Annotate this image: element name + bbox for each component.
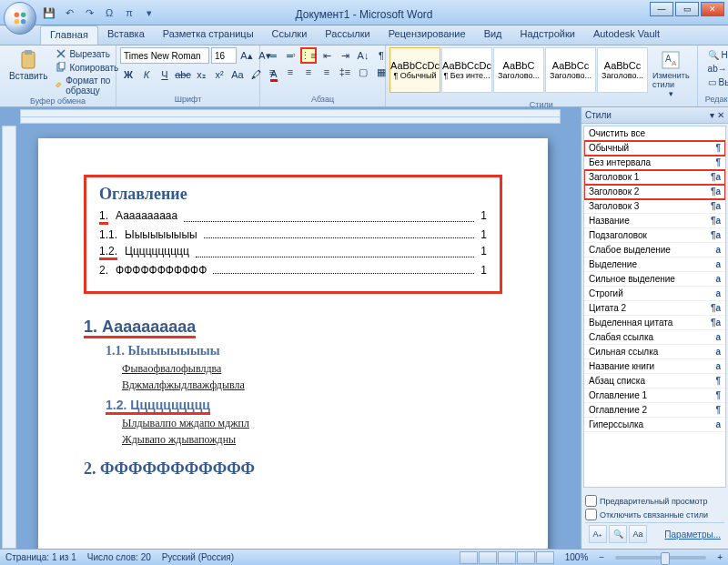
font-size-select[interactable] [211,47,237,64]
qat-omega-icon[interactable]: Ω [102,5,116,20]
qat-redo-icon[interactable]: ↷ [82,5,96,20]
style-list-item[interactable]: Заголовок 3¶a [584,199,725,214]
bold-icon[interactable]: Ж [120,66,136,83]
line-spacing-icon[interactable]: ‡≡ [337,64,353,80]
style-list-item[interactable]: Слабая ссылкаa [584,330,725,345]
replace-button[interactable]: ab→ Заменить [705,63,728,75]
style-list-item[interactable]: Сильная ссылкаa [584,345,725,359]
horizontal-ruler[interactable] [20,109,561,124]
change-styles-button[interactable]: AA Изменить стили▾ [649,47,693,100]
style-list-item[interactable]: Без интервала¶ [584,156,725,170]
find-button[interactable]: 🔍 Найти ▾ [705,49,728,61]
style-list-item[interactable]: Гиперссылкаa [584,418,725,432]
bullets-icon[interactable]: ≔ [264,47,280,64]
sort-icon[interactable]: A↓ [355,47,371,64]
tab-4[interactable]: Рассылки [316,25,379,45]
paste-button[interactable]: Вставить [4,47,53,83]
align-center-icon[interactable]: ≡ [282,64,298,80]
select-button[interactable]: ▭ Выделить ▾ [705,76,728,88]
zoom-label[interactable]: 100% [565,552,589,562]
change-case-icon[interactable]: Aa [229,66,246,83]
align-left-icon[interactable]: ≡ [264,64,280,80]
style-list-item[interactable]: Оглавление 2¶ [584,403,725,418]
style-list-item[interactable]: Обычный¶ [584,141,725,156]
style-list-item[interactable]: Подзаголовок¶a [584,228,725,243]
toc-title: Оглавление [99,185,487,204]
toc-entry: 1.1.Ыыыыыыыыы1 [99,228,487,241]
heading-2: 1.2. Цццццццццц [106,398,502,413]
style-list-item[interactable]: Оглавление 1¶ [584,388,725,403]
new-style-icon[interactable]: A₊ [589,525,607,543]
style-list-clear[interactable]: Очистить все [584,126,725,141]
style-list-item[interactable]: Выделенная цитата¶a [584,316,725,330]
pane-options-link[interactable]: Параметры... [664,530,721,540]
vertical-ruler[interactable] [2,126,16,549]
style-gallery-item[interactable]: AaBbCЗаголово... [493,47,544,93]
close-button[interactable]: ✕ [701,2,724,16]
grow-font-icon[interactable]: A▴ [238,47,255,64]
decrease-indent-icon[interactable]: ⇤ [318,47,335,64]
disable-linked-checkbox[interactable]: Отключить связанные стили [585,509,724,520]
tab-7[interactable]: Надстройки [511,25,584,45]
style-list-item[interactable]: Название¶a [584,214,725,228]
zoom-out-icon[interactable]: − [599,552,604,562]
style-gallery[interactable]: AaBbCcDc¶ ОбычныйAaBbCcDc¶ Без инте...Aa… [389,47,649,93]
style-gallery-item[interactable]: AaBbCcDc¶ Без инте... [441,47,492,93]
style-inspector-icon[interactable]: 🔍 [609,525,627,543]
italic-icon[interactable]: К [138,66,155,83]
manage-styles-icon[interactable]: Aa [629,525,647,543]
tab-5[interactable]: Рецензирование [379,25,475,45]
view-buttons[interactable] [460,551,554,564]
style-list-item[interactable]: Строгийa [584,287,725,301]
style-gallery-item[interactable]: AaBbCcЗаголово... [545,47,596,93]
style-list-item[interactable]: Абзац списка¶ [584,374,725,388]
tab-8[interactable]: Autodesk Vault [584,25,669,45]
style-list-item[interactable]: Выделениеa [584,257,725,272]
pane-close-icon[interactable]: ▾ ✕ [710,110,724,120]
minimize-button[interactable]: — [650,2,673,16]
style-list-item[interactable]: Цитата 2¶a [584,301,725,316]
increase-indent-icon[interactable]: ⇥ [337,47,353,64]
style-gallery-item[interactable]: AaBbCcDc¶ Обычный [389,47,440,93]
status-words[interactable]: Число слов: 20 [87,552,151,562]
preview-checkbox[interactable]: Предварительный просмотр [585,495,724,507]
copy-button[interactable]: Копировать [53,61,121,74]
style-list-item[interactable]: Название книгиa [584,359,725,374]
underline-icon[interactable]: Ч [157,66,173,83]
qat-dropdown-icon[interactable]: ▾ [142,5,157,20]
tab-0[interactable]: Главная [40,25,98,45]
zoom-in-icon[interactable]: + [717,552,723,562]
shading-icon[interactable]: ▢ [355,64,371,80]
office-button[interactable] [4,2,36,35]
justify-icon[interactable]: ≡ [318,64,335,80]
qat-save-icon[interactable]: 💾 [42,5,56,20]
style-list-item[interactable]: Сильное выделениеa [584,272,725,287]
qat-undo-icon[interactable]: ↶ [62,5,76,20]
maximize-button[interactable]: ▭ [675,2,699,16]
document-page[interactable]: Оглавление 1.Аааааааааа11.1.Ыыыыыыыыы11.… [38,138,548,549]
qat-pi-icon[interactable]: π [122,5,136,20]
style-list-item[interactable]: Слабое выделениеa [584,243,725,257]
tab-2[interactable]: Разметка страницы [154,25,263,45]
tab-1[interactable]: Вставка [98,25,154,45]
status-page[interactable]: Страница: 1 из 1 [5,552,76,562]
style-gallery-item[interactable]: AaBbCcЗаголово... [597,47,648,93]
zoom-slider[interactable] [615,556,706,560]
group-label-clipboard: Буфер обмена [4,96,112,106]
style-list-item[interactable]: Заголовок 2¶a [584,185,725,199]
style-list-item[interactable]: Заголовок 1¶a [584,170,725,185]
numbering-icon[interactable]: ≕ [282,47,298,64]
font-name-select[interactable] [120,47,209,64]
tab-6[interactable]: Вид [475,25,511,45]
align-right-icon[interactable]: ≡ [300,64,317,80]
strike-icon[interactable]: abc [175,66,191,83]
multilevel-list-icon[interactable]: ⋮≡ [300,47,317,64]
view-print-icon [460,551,478,564]
toc-entry: 2.ФФФФФФФФФФФ1 [99,264,487,277]
subscript-icon[interactable]: x₂ [193,66,209,83]
status-language[interactable]: Русский (Россия) [162,552,234,562]
superscript-icon[interactable]: x² [211,66,228,83]
tab-3[interactable]: Ссылки [263,25,317,45]
cut-button[interactable]: Вырезать [53,47,121,60]
format-painter-button[interactable]: Формат по образцу [53,75,121,96]
